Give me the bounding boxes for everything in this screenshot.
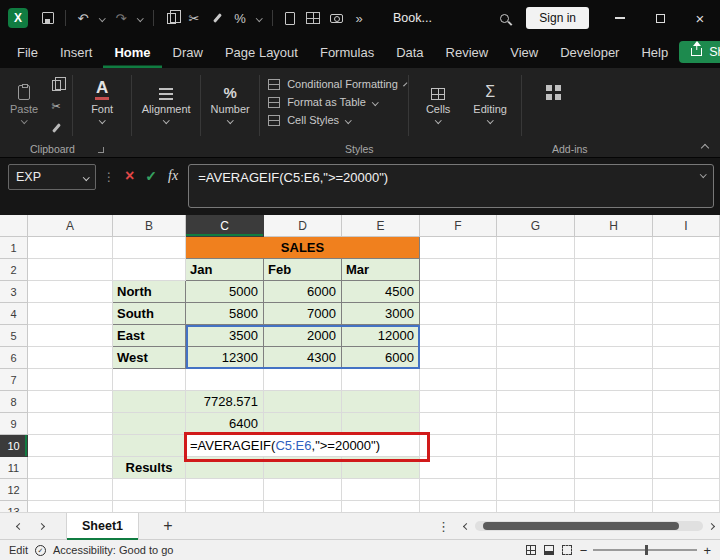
cell-E13[interactable] <box>342 501 420 512</box>
font-dropdown-icon[interactable] <box>99 117 105 123</box>
cell-I10[interactable] <box>653 435 720 457</box>
cell-H2[interactable] <box>575 259 653 281</box>
cell-D6[interactable]: 4300 <box>264 347 342 369</box>
cell-I4[interactable] <box>653 303 720 325</box>
cell-A10[interactable] <box>28 435 113 457</box>
name-box[interactable]: EXP <box>8 164 96 190</box>
scroll-left-icon[interactable] <box>463 522 470 529</box>
row-header-4[interactable]: 4 <box>0 303 28 325</box>
cell-A6[interactable] <box>28 347 113 369</box>
row-header-6[interactable]: 6 <box>0 347 28 369</box>
cell-F4[interactable] <box>420 303 497 325</box>
sheet-tab-sheet1[interactable]: Sheet1 <box>66 513 139 540</box>
sheet-options-icon[interactable]: ⋮ <box>437 519 450 534</box>
cells-dropdown-icon[interactable] <box>435 117 441 123</box>
enter-icon[interactable]: ✓ <box>145 169 157 183</box>
accessibility-status[interactable]: Accessibility: Good to go <box>53 544 173 556</box>
cell-G13[interactable] <box>497 501 575 512</box>
cell-A12[interactable] <box>28 479 113 501</box>
menu-tab-page-layout[interactable]: Page Layout <box>214 36 309 68</box>
cell-B3[interactable]: North <box>113 281 186 303</box>
cell-H9[interactable] <box>575 413 653 435</box>
column-header-A[interactable]: A <box>28 215 113 237</box>
zoom-out-icon[interactable]: − <box>580 544 588 557</box>
styles-item-dropdown-icon[interactable] <box>372 99 378 105</box>
font-group-button[interactable]: A Font <box>77 73 127 126</box>
cell-B5[interactable]: East <box>113 325 186 347</box>
cell-C8[interactable]: 7728.571 <box>186 391 264 413</box>
cell-E4[interactable]: 3000 <box>342 303 420 325</box>
cell-B13[interactable] <box>113 501 186 512</box>
styles-item-format-as-table[interactable]: Format as Table <box>268 96 398 108</box>
cell-F7[interactable] <box>420 369 497 391</box>
cell-I7[interactable] <box>653 369 720 391</box>
cell-E9[interactable] <box>342 413 420 435</box>
cell-D7[interactable] <box>264 369 342 391</box>
editing-group-button[interactable]: Σ Editing <box>463 73 517 126</box>
column-header-D[interactable]: D <box>264 215 342 237</box>
quick-access-dropdown-icon[interactable] <box>252 5 266 31</box>
column-header-G[interactable]: G <box>497 215 575 237</box>
cell-B7[interactable] <box>113 369 186 391</box>
cell-C13[interactable] <box>186 501 264 512</box>
cell-G5[interactable] <box>497 325 575 347</box>
maximize-button[interactable] <box>640 0 680 36</box>
cell-I6[interactable] <box>653 347 720 369</box>
cell-B10[interactable] <box>113 435 186 457</box>
formula-input[interactable]: =AVERAGEIF(C5:E6,">=20000") <box>188 164 714 208</box>
cell-D12[interactable] <box>264 479 342 501</box>
cell-C12[interactable] <box>186 479 264 501</box>
cell-I3[interactable] <box>653 281 720 303</box>
cell-F8[interactable] <box>420 391 497 413</box>
menu-tab-draw[interactable]: Draw <box>162 36 214 68</box>
cell-G12[interactable] <box>497 479 575 501</box>
horizontal-scrollbar[interactable] <box>475 521 703 531</box>
cell-A7[interactable] <box>28 369 113 391</box>
cell-F13[interactable] <box>420 501 497 512</box>
number-group-button[interactable]: % Number <box>205 73 255 126</box>
zoom-in-icon[interactable]: + <box>703 544 711 557</box>
cell-C1[interactable]: SALES <box>186 237 420 259</box>
column-header-F[interactable]: F <box>420 215 497 237</box>
cell-E6[interactable]: 6000 <box>342 347 420 369</box>
sheet-nav-right-icon[interactable] <box>30 524 52 529</box>
cut-icon[interactable]: ✂ <box>183 5 205 31</box>
cell-H5[interactable] <box>575 325 653 347</box>
cell-G3[interactable] <box>497 281 575 303</box>
column-header-H[interactable]: H <box>575 215 653 237</box>
cell-E2[interactable]: Mar <box>342 259 420 281</box>
styles-item-conditional-formatting[interactable]: Conditional Formatting <box>268 78 398 90</box>
zoom-slider[interactable] <box>593 549 697 551</box>
collapse-ribbon-icon[interactable] <box>701 144 709 152</box>
cell-F9[interactable] <box>420 413 497 435</box>
minimize-button[interactable] <box>600 0 640 36</box>
name-box-dropdown-icon[interactable] <box>83 174 89 180</box>
cell-B6[interactable]: West <box>113 347 186 369</box>
cell-B11[interactable]: Results <box>113 457 186 479</box>
cell-H3[interactable] <box>575 281 653 303</box>
cell-G2[interactable] <box>497 259 575 281</box>
cell-B9[interactable] <box>113 413 186 435</box>
cell-I9[interactable] <box>653 413 720 435</box>
formula-bar-expand-icon[interactable] <box>700 171 706 177</box>
cell-F3[interactable] <box>420 281 497 303</box>
cell-A4[interactable] <box>28 303 113 325</box>
row-header-5[interactable]: 5 <box>0 325 28 347</box>
cell-G9[interactable] <box>497 413 575 435</box>
row-header-10[interactable]: 10 <box>0 435 28 457</box>
cell-B2[interactable] <box>113 259 186 281</box>
cell-C4[interactable]: 5800 <box>186 303 264 325</box>
cell-G4[interactable] <box>497 303 575 325</box>
row-header-9[interactable]: 9 <box>0 413 28 435</box>
cell-F10[interactable] <box>420 435 497 457</box>
redo-dropdown-icon[interactable] <box>133 5 147 31</box>
cell-I2[interactable] <box>653 259 720 281</box>
cell-H8[interactable] <box>575 391 653 413</box>
row-header-7[interactable]: 7 <box>0 369 28 391</box>
cut-ribbon-icon[interactable]: ✂ <box>46 98 66 115</box>
sheet-nav-left-icon[interactable] <box>8 524 30 529</box>
cell-C2[interactable]: Jan <box>186 259 264 281</box>
row-header-3[interactable]: 3 <box>0 281 28 303</box>
addins-button[interactable] <box>526 73 580 103</box>
paste-button[interactable]: Paste <box>6 73 42 136</box>
